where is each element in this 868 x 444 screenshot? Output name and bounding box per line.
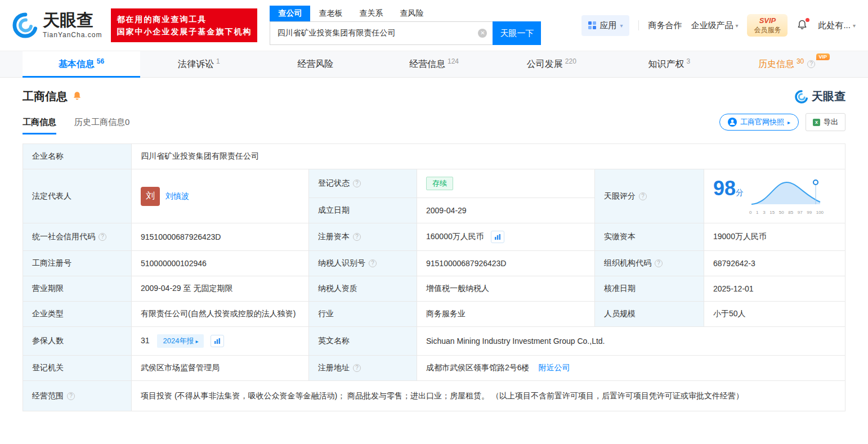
score-axis: 0 1 3 15 50 85 97 99 100 xyxy=(749,210,824,215)
tab-intellectual-property[interactable]: 知识产权 3 xyxy=(610,51,728,77)
tab-label: 知识产权 xyxy=(648,59,684,70)
promo-line-1: 都在用的商业查询工具 xyxy=(117,13,252,25)
row-legal-rep: 法定代表人 刘 刘慎波 登记状态? 存续 天眼评分? 98分 xyxy=(23,169,845,198)
score-axis-label: 85 xyxy=(788,210,793,215)
reg-authority-label: 登记机关 xyxy=(23,356,132,381)
official-snapshot-button[interactable]: 工商官网快照 ▸ xyxy=(719,114,799,131)
tab-company-development[interactable]: 公司发展 220 xyxy=(493,51,610,77)
establish-date-label: 成立日期 xyxy=(309,198,417,223)
business-term-label: 营业期限 xyxy=(23,276,132,302)
address-label: 注册地址 xyxy=(318,363,350,373)
export-label: 导出 xyxy=(824,117,838,127)
org-code-label-cell: 组织机构代码? xyxy=(595,251,704,276)
help-icon[interactable]: ? xyxy=(655,259,663,267)
export-button[interactable]: x 导出 xyxy=(806,113,845,131)
insured-cell: 31 2024年报 ▸ xyxy=(132,327,309,356)
user-account-menu[interactable]: 此处有... ▾ xyxy=(818,20,856,31)
tab-label: 法律诉讼 xyxy=(178,59,214,70)
tab-count: 1 xyxy=(216,57,220,65)
reg-number-value: 510000000102946 xyxy=(132,251,309,276)
company-type-label: 企业类型 xyxy=(23,302,132,327)
app-menu-button[interactable]: 应用 ▾ xyxy=(581,15,629,36)
search-tabs: 查公司 查老板 查关系 查风险 xyxy=(270,6,541,21)
search-tab-boss[interactable]: 查老板 xyxy=(310,6,351,21)
help-icon[interactable]: ? xyxy=(353,364,361,372)
annual-report-badge[interactable]: 2024年报 ▸ xyxy=(157,334,204,348)
help-icon[interactable]: ? xyxy=(639,192,647,200)
tianyancha-logo[interactable]: 天眼查 TianYanCha.com xyxy=(12,12,102,39)
reg-capital-label-cell: 注册资本? xyxy=(309,223,417,251)
section-actions: 工商官网快照 ▸ x 导出 xyxy=(719,113,845,131)
org-code-value: 68792642-3 xyxy=(704,251,845,276)
section-title: 工商信息 xyxy=(23,89,68,104)
notification-bell-button[interactable] xyxy=(797,19,809,32)
reg-capital-cell: 160000万人民币 xyxy=(417,223,595,251)
user-account-label: 此处有... xyxy=(818,20,851,31)
capital-detail-icon[interactable] xyxy=(491,231,504,243)
insured-count: 31 xyxy=(141,336,150,345)
help-icon[interactable]: ? xyxy=(807,60,815,68)
legal-rep-avatar[interactable]: 刘 xyxy=(141,187,160,206)
reg-status-label-cell: 登记状态? xyxy=(309,169,417,198)
search-tab-company[interactable]: 查公司 xyxy=(270,6,310,21)
promo-banner: 都在用的商业查询工具 国家中小企业发展子基金旗下机构 xyxy=(111,8,257,43)
company-name-value: 四川省矿业投资集团有限责任公司 xyxy=(132,144,845,169)
score-axis-label: 50 xyxy=(779,210,784,215)
tab-label: 基本信息 xyxy=(59,59,95,70)
tab-basic-info[interactable]: 基本信息 56 xyxy=(23,51,140,77)
tab-label: 历史信息 xyxy=(758,59,794,70)
help-icon[interactable]: ? xyxy=(353,233,361,241)
industry-value: 商务服务业 xyxy=(417,302,595,327)
row-company-type: 企业类型 有限责任公司(自然人投资或控股的法人独资) 行业 商务服务业 人员规模… xyxy=(23,302,845,327)
tab-history-info[interactable]: 历史信息 30 ? VIP xyxy=(728,51,845,77)
row-credit-code: 统一社会信用代码? 91510000687926423D 注册资本? 16000… xyxy=(23,223,845,251)
subtab-business-info[interactable]: 工商信息 xyxy=(23,117,56,128)
snapshot-label: 工商官网快照 xyxy=(740,117,784,127)
help-icon[interactable]: ? xyxy=(99,233,106,241)
taxpayer-quality-label: 纳税人资质 xyxy=(309,276,417,302)
vip-badge: VIP xyxy=(816,53,830,60)
reg-capital-value: 160000万人民币 xyxy=(426,232,484,241)
subscribe-bell-icon[interactable] xyxy=(72,91,82,103)
insured-label: 参保人数 xyxy=(23,327,132,356)
tab-business-info[interactable]: 经营信息 124 xyxy=(375,51,493,77)
header: 天眼查 TianYanCha.com 都在用的商业查询工具 国家中小企业发展子基… xyxy=(0,0,868,51)
header-right-menu: 应用 ▾ 商务合作 企业级产品 ▾ SVIP 会员服务 此处有... ▾ xyxy=(581,14,856,36)
legal-rep-link[interactable]: 刘慎波 xyxy=(165,191,189,201)
company-name-label: 企业名称 xyxy=(23,144,132,169)
svip-membership-button[interactable]: SVIP 会员服务 xyxy=(747,14,788,36)
help-icon[interactable]: ? xyxy=(369,259,377,267)
score-axis-label: 100 xyxy=(816,210,824,215)
search-input[interactable] xyxy=(270,21,493,45)
score-axis-label: 1 xyxy=(756,210,758,215)
subtab-history-business-info[interactable]: 历史工商信息0 xyxy=(74,117,129,128)
enterprise-product-menu[interactable]: 企业级产品 ▾ xyxy=(691,20,738,31)
row-reg-authority: 登记机关 武侯区市场监督管理局 注册地址? 成都市武侯区领事馆路2号6楼 附近公… xyxy=(23,356,845,381)
help-icon[interactable]: ? xyxy=(353,180,361,187)
tab-count: 3 xyxy=(686,57,690,65)
search-tab-relation[interactable]: 查关系 xyxy=(351,6,391,21)
divider xyxy=(638,20,639,30)
company-type-value: 有限责任公司(自然人投资或控股的法人独资) xyxy=(132,302,309,327)
credit-code-label-cell: 统一社会信用代码? xyxy=(23,223,132,251)
business-scope-text: 项目投资 (不得从事非法集资，吸收公众资金等金融活动)； 商品批发与零售；进出口… xyxy=(141,388,836,403)
reg-status-label: 登记状态 xyxy=(318,178,350,189)
english-name-label: 英文名称 xyxy=(309,327,417,356)
search-tab-risk[interactable]: 查风险 xyxy=(391,6,432,21)
insured-detail-icon[interactable] xyxy=(211,335,224,347)
chevron-down-icon: ▾ xyxy=(735,23,738,29)
row-insured: 参保人数 31 2024年报 ▸ 英文名称 Sichuan Mining Ind… xyxy=(23,327,845,356)
tab-operation-risk[interactable]: 经营风险 xyxy=(258,51,375,77)
tab-legal-litigation[interactable]: 法律诉讼 1 xyxy=(140,51,258,77)
business-scope-label: 经营范围 xyxy=(32,391,64,401)
business-cooperation-link[interactable]: 商务合作 xyxy=(648,20,682,31)
taxpayer-id-label: 纳税人识别号 xyxy=(318,258,365,268)
score-label-cell: 天眼评分? xyxy=(595,169,704,223)
score-axis-label: 3 xyxy=(763,210,765,215)
business-cooperation-label: 商务合作 xyxy=(648,20,682,31)
company-nav-tabs: 基本信息 56 法律诉讼 1 经营风险 经营信息 124 公司发展 220 知识… xyxy=(0,51,868,78)
search-button[interactable]: 天眼一下 xyxy=(493,21,541,45)
nearby-companies-link[interactable]: 附近公司 xyxy=(538,363,570,372)
help-icon[interactable]: ? xyxy=(67,392,75,400)
staff-size-label: 人员规模 xyxy=(595,302,704,327)
